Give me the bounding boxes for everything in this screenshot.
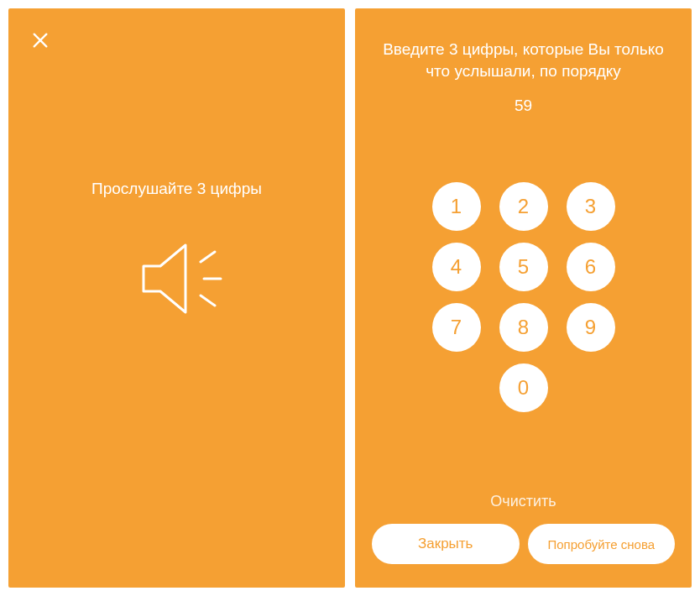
svg-line-4 [201, 295, 215, 306]
retry-button[interactable]: Попробуйте снова [528, 524, 676, 564]
speaker-icon [118, 228, 236, 332]
key-7[interactable]: 7 [432, 303, 481, 352]
timer-value: 59 [372, 97, 675, 115]
key-9[interactable]: 9 [567, 303, 615, 352]
listen-screen: Прослушайте 3 цифры [8, 8, 345, 588]
key-0[interactable]: 0 [499, 363, 548, 412]
key-8[interactable]: 8 [499, 303, 548, 352]
key-1[interactable]: 1 [432, 182, 481, 231]
key-5[interactable]: 5 [499, 243, 548, 291]
key-2[interactable]: 2 [499, 182, 548, 231]
keypad-row-1: 1 2 3 [432, 182, 615, 231]
header: Введите 3 цифры, которые Вы только что у… [355, 8, 692, 115]
listen-title: Прослушайте 3 цифры [91, 180, 262, 198]
key-4[interactable]: 4 [432, 243, 481, 291]
bottom-controls: Очистить Закрыть Попробуйте снова [355, 493, 692, 588]
clear-button[interactable]: Очистить [490, 493, 556, 510]
key-3[interactable]: 3 [567, 182, 615, 231]
key-6[interactable]: 6 [567, 243, 615, 291]
keypad: 1 2 3 4 5 6 7 8 9 0 [355, 182, 692, 412]
keypad-row-2: 4 5 6 [432, 243, 615, 291]
button-row: Закрыть Попробуйте снова [372, 524, 675, 564]
keypad-screen: Введите 3 цифры, которые Вы только что у… [355, 8, 692, 588]
listen-content: Прослушайте 3 цифры [8, 8, 345, 588]
close-button[interactable]: Закрыть [372, 524, 520, 564]
keypad-row-4: 0 [499, 363, 548, 412]
close-icon[interactable] [29, 29, 52, 52]
svg-line-2 [201, 252, 215, 262]
keypad-row-3: 7 8 9 [432, 303, 615, 352]
instruction-text: Введите 3 цифры, которые Вы только что у… [372, 39, 675, 81]
